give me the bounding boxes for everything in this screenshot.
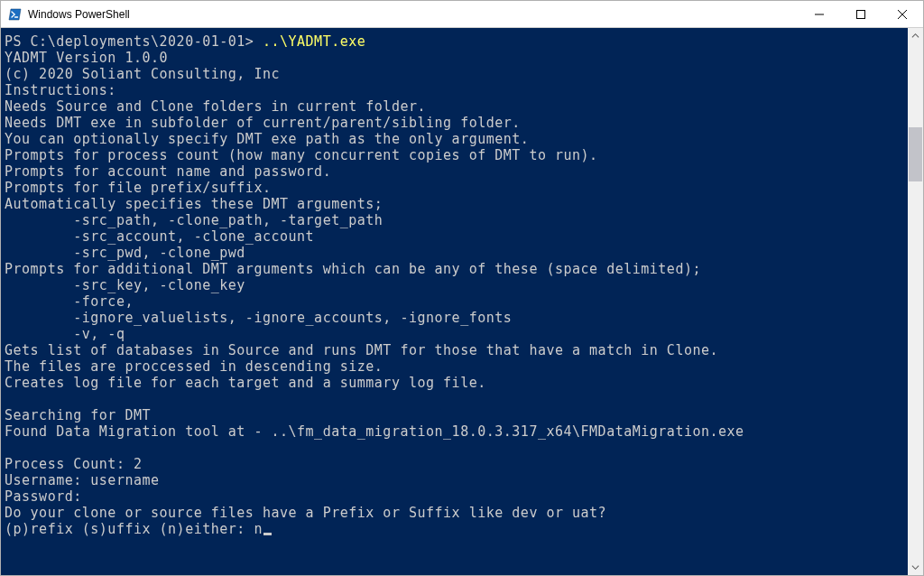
window-title: Windows PowerShell: [28, 8, 799, 21]
cursor: [263, 533, 272, 535]
prompt-line: PS C:\deployments\2020-01-01> ..\YADMT.e…: [5, 33, 904, 50]
output-line: Prompts for file prefix/suffix.: [5, 180, 904, 196]
output-line: Needs DMT exe in subfolder of current/pa…: [5, 115, 904, 131]
output-line: Instructions:: [5, 82, 904, 98]
output-line: Process Count: 2: [5, 456, 904, 472]
command-text: ..\YADMT.exe: [263, 33, 365, 50]
minimize-button[interactable]: [799, 1, 840, 27]
svg-rect-2: [857, 10, 865, 18]
output-line: -force,: [5, 293, 904, 310]
powershell-window: Windows PowerShell PS C:\deployments\202…: [0, 0, 924, 576]
output-line: Creates log file for each target and a s…: [5, 375, 904, 391]
output-line: (c) 2020 Soliant Consulting, Inc: [5, 66, 904, 82]
output-line: -src_account, -clone_account: [5, 228, 904, 245]
output-line: -src_pwd, -clone_pwd: [5, 245, 904, 261]
output-line: Found Data Migration tool at - ..\fm_dat…: [5, 423, 904, 440]
scroll-down-button[interactable]: [908, 560, 923, 575]
output-line: -ignore_valuelists, -ignore_accounts, -i…: [5, 310, 904, 326]
output-line: Gets list of databases in Source and run…: [5, 342, 904, 358]
output-line: Automatically specifies these DMT argume…: [5, 196, 904, 212]
output-line: Prompts for process count (how many conc…: [5, 147, 904, 163]
output-line: YADMT Version 1.0.0: [5, 50, 904, 66]
titlebar[interactable]: Windows PowerShell: [1, 1, 923, 28]
output-line: Prompts for account name and password.: [5, 163, 904, 180]
output-line: Needs Source and Clone folders in curren…: [5, 98, 904, 115]
terminal[interactable]: PS C:\deployments\2020-01-01> ..\YADMT.e…: [1, 28, 908, 575]
output-line: (p)refix (s)uffix (n)either: n: [5, 521, 904, 537]
window-controls: [799, 1, 923, 27]
output-line: Prompts for additional DMT arguments whi…: [5, 261, 904, 277]
output-line: The files are proccessed in descending s…: [5, 358, 904, 375]
powershell-icon: [8, 7, 23, 22]
output-line: Username: username: [5, 472, 904, 488]
output-line: [5, 440, 904, 456]
terminal-area: PS C:\deployments\2020-01-01> ..\YADMT.e…: [1, 28, 923, 575]
output-line: You can optionally specify DMT exe path …: [5, 131, 904, 147]
output-line: -src_path, -clone_path, -target_path: [5, 212, 904, 228]
output-line: [5, 391, 904, 407]
scroll-up-button[interactable]: [908, 28, 923, 43]
prompt-prefix: PS C:\deployments\2020-01-01>: [5, 33, 263, 50]
output-line: -v, -q: [5, 326, 904, 342]
vertical-scrollbar[interactable]: [908, 28, 923, 575]
scrollbar-thumb[interactable]: [909, 127, 922, 181]
close-button[interactable]: [882, 1, 923, 27]
output-line: Password:: [5, 488, 904, 505]
output-line: Do your clone or source files have a Pre…: [5, 505, 904, 521]
maximize-button[interactable]: [840, 1, 882, 27]
output-line: Searching for DMT: [5, 407, 904, 423]
output-line: -src_key, -clone_key: [5, 277, 904, 293]
